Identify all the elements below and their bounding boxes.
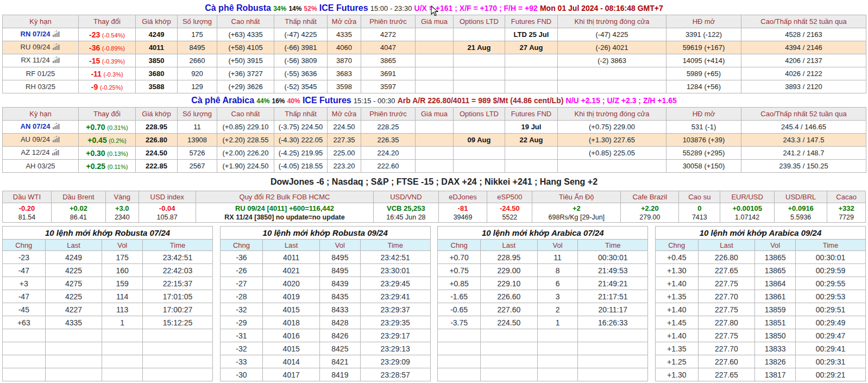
order-row	[3, 368, 213, 381]
order-time-cell: 23:30:01	[360, 264, 430, 277]
order-time-cell	[578, 368, 648, 381]
order-row	[438, 342, 648, 355]
volume-cell: 175	[178, 28, 217, 41]
52week-range-cell: 4206 / 2137	[741, 54, 866, 67]
chart-icon[interactable]	[52, 123, 60, 131]
open-cell: 223.20	[328, 160, 361, 173]
order-vol-cell: 11	[537, 251, 578, 264]
arabica-title-bar: Cà phê Arabica 44% 16% 40% ICE Futures 1…	[2, 93, 866, 107]
col-header-futures-fnd: Futures FND	[505, 108, 558, 121]
order-chng-cell	[438, 368, 481, 381]
order-last-cell	[480, 342, 537, 355]
change-value: +0.30	[86, 149, 105, 158]
summary-sub-value: 5522	[490, 213, 529, 222]
summary-sub-value: RX 11/24 [3850] no update=no update	[199, 213, 370, 222]
contract-label[interactable]: RU 09/24	[21, 43, 51, 51]
order-last-cell: 4017	[263, 368, 320, 381]
order-last-cell	[45, 368, 102, 381]
bid-cell	[416, 134, 454, 147]
order-time-cell: 23:42:51	[360, 251, 430, 264]
order-last-cell: 228.95	[480, 251, 537, 264]
order-chng-cell: +1.30	[655, 368, 698, 381]
last-price-cell: 3588	[136, 80, 178, 93]
prev-session-cell: 4047	[361, 41, 416, 54]
close-cell: (+1.30) 227.65	[558, 134, 666, 147]
col-header-chng: Chng	[438, 240, 481, 251]
col-header-chng: Chng	[3, 240, 46, 251]
chart-icon[interactable]	[52, 30, 60, 39]
options-ltd-cell	[454, 147, 505, 160]
chart-icon[interactable]	[52, 56, 60, 65]
col-header-open-interest: HĐ mở	[666, 108, 741, 121]
order-vol-cell	[537, 368, 578, 381]
summary-col-header: Vàng	[105, 191, 139, 203]
order-time-cell	[143, 329, 213, 342]
order-last-cell	[45, 329, 102, 342]
order-chng-cell: +1.40	[655, 303, 698, 316]
order-last-cell: 4019	[263, 290, 320, 303]
order-chng-cell	[438, 342, 481, 355]
order-row: -3.75 224.50 1 16:26:33	[438, 316, 648, 329]
contract-label[interactable]: AN 07/24	[21, 122, 51, 130]
contract-cell[interactable]: RF 01/25	[3, 67, 79, 80]
high-cell: (+2.00) 226.20	[217, 147, 274, 160]
order-table-robusta-0924: 10 lệnh mới khớp Robusta 09/24 Chng Last…	[220, 226, 431, 381]
order-chng-cell: -28	[220, 290, 263, 303]
contract-cell[interactable]: AZ 12/24	[3, 147, 79, 160]
order-vol-cell: 13865	[755, 264, 796, 277]
contract-cell[interactable]: RH 03/25	[3, 80, 79, 93]
order-vol-cell: 8495	[320, 251, 361, 264]
col-header-last: Last	[698, 240, 755, 251]
order-chng-cell: -45	[3, 303, 46, 316]
contract-label[interactable]: AZ 12/24	[21, 148, 50, 156]
order-chng-cell: -31	[220, 329, 263, 342]
chart-icon[interactable]	[52, 136, 60, 145]
futures-row: AN 07/24 +0.70 (0.31%) 228.95 11 (+0.85)…	[3, 121, 866, 134]
change-percent: (-0.54%)	[102, 32, 125, 39]
contract-label[interactable]: RH 03/25	[26, 83, 55, 91]
contract-cell[interactable]: AH 03/25	[3, 160, 79, 173]
contract-cell[interactable]: RN 07/24	[3, 28, 79, 41]
order-table-arabica-0724: 10 lệnh mới khớp Arabica 07/24 Chng Last…	[437, 226, 648, 381]
order-vol-cell	[102, 368, 143, 381]
contract-label[interactable]: AH 03/25	[26, 162, 55, 170]
contract-label[interactable]: RF 01/25	[26, 70, 55, 78]
summary-col-header: Dầu WTI	[3, 191, 52, 203]
contract-cell[interactable]: RU 09/24	[3, 41, 79, 54]
order-time-cell: 00:29:49	[795, 316, 865, 329]
volume-cell: 11	[178, 121, 217, 134]
contract-label[interactable]: RN 07/24	[21, 30, 51, 38]
col-header-ky-han: Kỳ hạn	[3, 15, 79, 28]
order-header-row: Chng Last Vol Time	[220, 240, 430, 251]
col-header-mo-cua: Mở cửa	[328, 108, 361, 121]
open-cell: 224.50	[328, 121, 361, 134]
col-header-thay-doi: Thay đổi	[79, 108, 136, 121]
order-chng-cell: +1.45	[655, 316, 698, 329]
contract-label[interactable]: AU 09/24	[21, 135, 50, 143]
open-cell: 3870	[328, 54, 361, 67]
contract-label[interactable]: RX 11/24	[21, 56, 49, 64]
order-row: -47 4225 114 17:01:05	[3, 290, 213, 303]
order-row	[438, 368, 648, 381]
summary-cell: +332 7729	[827, 203, 866, 223]
summary-change-value: -81	[442, 204, 484, 213]
order-last-cell: 4014	[263, 355, 320, 368]
chart-icon[interactable]	[52, 43, 60, 52]
order-last-cell: 4015	[263, 342, 320, 355]
contract-cell[interactable]: AN 07/24	[3, 121, 79, 134]
summary-cell: +0.0916 5.5936	[775, 203, 827, 223]
summary-change-value: +332	[831, 204, 862, 213]
volume-cell: 920	[178, 67, 217, 80]
futures-row: AU 09/24 +0.45 (0.2%) 226.80 13908 (+2.2…	[3, 134, 866, 147]
order-last-cell: 227.65	[698, 368, 755, 381]
change-value: +0.45	[87, 136, 106, 145]
futures-row: RH 03/25 -9 (-0.25%) 3588 129 (+29) 3626…	[3, 80, 866, 93]
chart-icon[interactable]	[52, 149, 60, 158]
robusta-pct-green: 34%	[273, 5, 286, 12]
prev-session-cell: 3691	[361, 67, 416, 80]
order-last-cell: 4021	[263, 264, 320, 277]
contract-cell[interactable]: AU 09/24	[3, 134, 79, 147]
contract-cell[interactable]: RX 11/24	[3, 54, 79, 67]
options-ltd-cell	[454, 54, 505, 67]
order-time-cell: 17:00:27	[143, 303, 213, 316]
